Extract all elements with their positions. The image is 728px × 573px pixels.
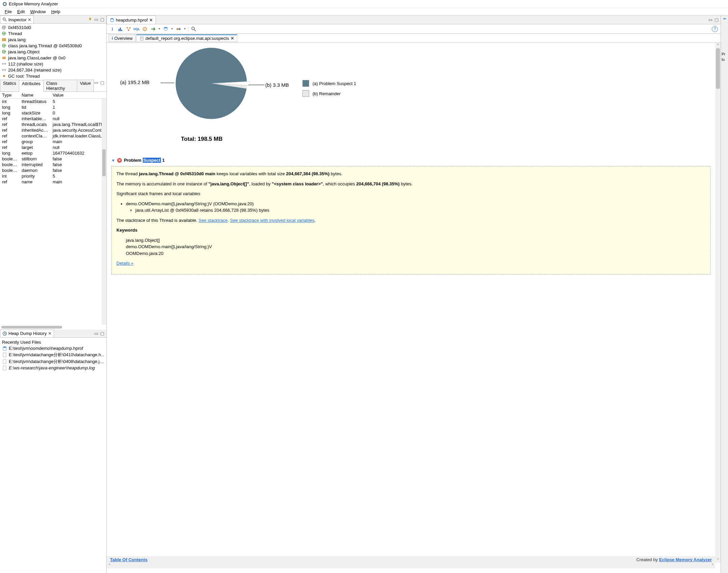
inspector-tabbar: Inspector ✕ ▭ ▢ [0, 16, 106, 24]
query-icon[interactable] [163, 26, 169, 32]
scroll-right-icon[interactable]: ˃ [710, 563, 715, 568]
history-subtitle: Recently Used Files [2, 339, 104, 345]
search-icon[interactable] [191, 26, 197, 32]
attribute-row[interactable]: refcontextClass…jdk.internal.loader.Clas… [0, 133, 106, 139]
inspector-row[interactable]: java.lang.ClassLoader @ 0x0 [0, 55, 106, 61]
scroll-down-icon[interactable]: ˅ [715, 557, 721, 563]
inspector-row[interactable]: Cjava.lang.Object [0, 49, 106, 55]
menu-edit[interactable]: Edit [15, 9, 27, 14]
address-icon: @ [1, 25, 7, 30]
attr-type: ref [0, 122, 20, 127]
right-label-1: Pr [721, 51, 728, 57]
editor-tab[interactable]: heapdump.hprof ✕ [107, 16, 156, 24]
attribute-row[interactable]: reftargetnull [0, 145, 106, 150]
histogram-icon[interactable] [117, 26, 124, 32]
attribute-row[interactable]: intpriority5 [0, 173, 106, 179]
report-vscroll[interactable]: ˄ ˅ [715, 43, 721, 563]
link-details[interactable]: Details » [116, 261, 134, 266]
minimize-icon[interactable]: ▭ [708, 17, 713, 23]
report-hscroll[interactable]: ˂ ˃ [107, 563, 715, 568]
tab-attributes[interactable]: Attributes [19, 80, 44, 92]
tab-value[interactable]: Value [77, 80, 94, 92]
inspector-row[interactable]: java.lang [0, 36, 106, 43]
attribute-row[interactable]: refthreadLocalsjava.lang.ThreadLocal$Th [0, 122, 106, 127]
attribute-row[interactable]: refinheritedAcc…java.security.AccessCont [0, 127, 106, 133]
minimize-icon[interactable]: ▭ [93, 80, 99, 85]
attributes-scrollbar[interactable] [102, 99, 106, 325]
pin-icon[interactable] [87, 17, 93, 22]
menu-file[interactable]: File [2, 9, 15, 14]
attributes-hscroll[interactable] [0, 325, 106, 330]
attribute-row[interactable]: booleandaemonfalse [0, 167, 106, 173]
close-icon[interactable]: ✕ [231, 36, 234, 41]
maximize-icon[interactable]: ▢ [714, 17, 719, 23]
attribute-row[interactable]: booleaninterruptedfalse [0, 162, 106, 167]
attr-name: daemon [20, 167, 51, 173]
scroll-thumb[interactable] [716, 48, 720, 89]
page-tab-report[interactable]: default_report org.eclipse.mat.api:suspe… [136, 34, 237, 42]
inspector-row[interactable]: GC root: Thread [0, 73, 106, 79]
history-row[interactable]: E:\test\jvm\oomdemo\heapdump.hprof [2, 345, 104, 351]
tab-class-hierarchy[interactable]: Class Hierarchy [43, 80, 77, 92]
inspector-row[interactable]: 204,667,384 (retained size) [0, 67, 106, 73]
svg-point-2 [3, 18, 5, 20]
page-tab-overview[interactable]: i Overview [109, 34, 136, 42]
svg-point-24 [129, 27, 131, 28]
maximize-icon[interactable]: ▢ [100, 17, 105, 22]
history-row[interactable]: E:\test\jvm\datachange分析\0410\datachange… [2, 351, 104, 358]
maximize-icon[interactable]: ▢ [100, 331, 105, 336]
inspector-row[interactable]: 112 (shallow size) [0, 61, 106, 67]
history-tab[interactable]: Heap Dump History ✕ [0, 330, 54, 337]
page-tab-report-label: default_report org.eclipse.mat.api:suspe… [145, 36, 229, 41]
attribute-row[interactable]: intthreadStatus5 [0, 99, 106, 105]
thread-icon[interactable] [142, 26, 148, 32]
compare-icon[interactable] [176, 26, 182, 32]
twistie-icon[interactable]: ▼ [111, 158, 115, 162]
close-icon[interactable]: ✕ [149, 18, 153, 23]
inspector-row[interactable]: CThread [0, 30, 106, 36]
svg-marker-37 [213, 81, 250, 85]
menu-help[interactable]: Help [49, 9, 63, 14]
app-title: Eclipse Memory Analyzer [9, 1, 58, 6]
suspect-text: The stacktrace of this Thread is availab… [116, 218, 198, 223]
attribute-row[interactable]: booleanstillbornfalse [0, 156, 106, 162]
tree-icon[interactable] [126, 26, 132, 32]
minimize-icon[interactable]: ▭ [93, 17, 99, 22]
oql-icon[interactable]: OQL [134, 26, 140, 32]
attribute-row[interactable]: refnamemain [0, 179, 106, 185]
history-row[interactable]: E:\test\jvm\datachange分析\0408\datachange… [2, 358, 104, 365]
attribute-row[interactable]: longeetop1647704401632 [0, 150, 106, 156]
gc-icon [1, 73, 7, 79]
link-created-by[interactable]: Eclipse Memory Analyzer [659, 557, 712, 562]
link-toc[interactable]: Table Of Contents [110, 557, 147, 562]
col-name[interactable]: Name [20, 92, 51, 99]
svg-point-13 [3, 75, 5, 77]
svg-rect-7 [2, 38, 6, 41]
scroll-up-icon[interactable]: ˄ [715, 43, 721, 48]
tab-statics[interactable]: Statics [0, 80, 19, 92]
inspector-tab[interactable]: Inspector ✕ [0, 16, 34, 23]
link-see-stacktrace[interactable]: See stacktrace [198, 218, 227, 223]
help-icon[interactable]: ? [712, 26, 718, 32]
minimize-icon[interactable]: ▭ [93, 331, 99, 336]
maximize-icon[interactable]: ▢ [100, 80, 105, 85]
menu-window[interactable]: Window [27, 9, 48, 14]
attribute-row[interactable]: refgroupmain [0, 139, 106, 145]
inspector-row[interactable]: Cclass java.lang.Thread @ 0xf45308d0 [0, 43, 106, 49]
svg-text:C: C [3, 49, 6, 54]
col-type[interactable]: Type [0, 92, 20, 99]
scroll-left-icon[interactable]: ˂ [107, 563, 112, 568]
attr-type: boolean [0, 156, 20, 162]
history-row[interactable]: E:\ws-research\java-engineer\heapdump.lo… [2, 365, 104, 371]
attribute-row[interactable]: refinheritableT…null [0, 116, 106, 122]
attribute-row[interactable]: longtid1 [0, 104, 106, 110]
run-report-icon[interactable] [150, 26, 156, 32]
attribute-row[interactable]: longstackSize0 [0, 110, 106, 116]
close-icon[interactable]: ✕ [28, 17, 31, 22]
inspector-row[interactable]: @0xf45310d0 [0, 24, 106, 30]
hprof-icon[interactable] [721, 16, 728, 24]
link-see-stacktrace-vars[interactable]: See stacktrace with involved local varia… [230, 218, 315, 223]
col-value[interactable]: Value [51, 92, 106, 99]
close-icon[interactable]: ✕ [48, 331, 52, 336]
info-icon[interactable]: i [109, 26, 115, 32]
